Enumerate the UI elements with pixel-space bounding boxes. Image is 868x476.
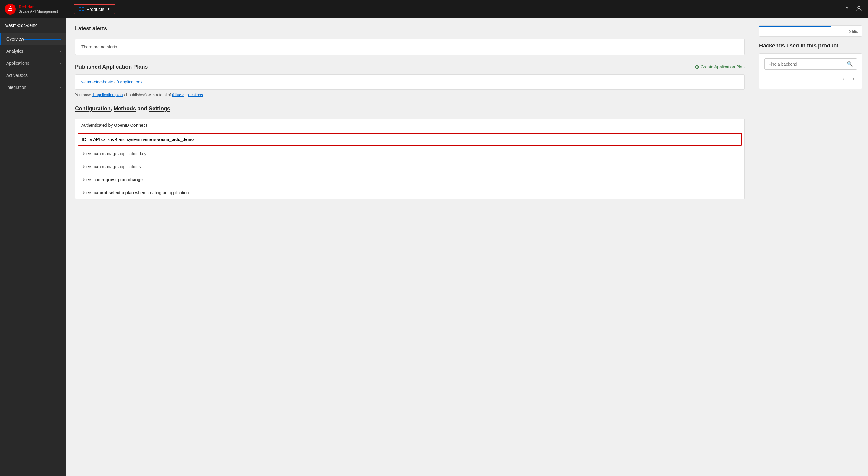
methods-link[interactable]: Methods <box>114 106 136 112</box>
search-icon: 🔍 <box>847 61 853 66</box>
create-application-plan-link[interactable]: ⊕ Create Application Plan <box>695 63 745 70</box>
brand-product: 3scale API Management <box>19 9 58 13</box>
plans-summary: You have 1 application plan (1 published… <box>75 93 745 97</box>
config-row-select-plan: Users cannot select a plan when creating… <box>75 186 744 199</box>
live-apps-link[interactable]: 0 live applications <box>172 93 203 97</box>
svg-point-0 <box>5 4 16 14</box>
sidebar-item-integration[interactable]: Integration › <box>0 81 66 93</box>
topnav-right-actions: ? <box>844 4 863 14</box>
sidebar-item-label: Applications <box>6 61 29 66</box>
svg-rect-2 <box>82 7 84 8</box>
hits-box: 0 hits <box>759 25 862 37</box>
svg-rect-4 <box>82 10 84 11</box>
svg-rect-1 <box>79 7 81 8</box>
config-row-plan-change: Users can request plan change <box>75 173 744 186</box>
app-plans-header: Published Application Plans ⊕ Create App… <box>75 63 745 70</box>
chevron-right-icon: › <box>60 49 61 53</box>
hits-bar <box>760 26 831 27</box>
sidebar-item-overview[interactable]: Overview <box>0 33 66 45</box>
application-plans-link[interactable]: Application Plans <box>102 64 148 70</box>
app-plans-title: Published Application Plans <box>75 64 148 70</box>
main-layout: wasm-oidc-demo Overview Analytics › Appl… <box>0 18 868 476</box>
pagination-prev-button[interactable]: ‹ <box>840 75 846 83</box>
application-plan-count-link[interactable]: 1 application plan <box>92 93 123 97</box>
main-content: Latest alerts There are no alerts. Publi… <box>66 18 753 476</box>
products-cube-icon <box>79 6 84 12</box>
config-section-title: Configuration, Methods and Settings <box>75 106 745 114</box>
config-row-auth: Authenticated by OpenID Connect <box>75 119 744 132</box>
products-menu-button[interactable]: Products ▼ <box>74 4 115 14</box>
config-section: Configuration, Methods and Settings Auth… <box>75 106 745 199</box>
hits-label: 0 hits <box>760 28 862 36</box>
pagination-next-button[interactable]: › <box>850 75 857 83</box>
config-row-manage-apps: Users can manage applications <box>75 160 744 173</box>
latest-alerts-section: Latest alerts There are no alerts. <box>75 25 745 55</box>
chevron-right-icon: › <box>60 85 61 90</box>
latest-alerts-title: Latest alerts <box>75 25 745 34</box>
plan-separator: - <box>114 80 117 84</box>
user-menu-button[interactable] <box>855 4 863 14</box>
brand: Red Hat 3scale API Management <box>5 4 71 14</box>
products-label: Products <box>87 7 104 12</box>
sidebar-item-activedocs[interactable]: ActiveDocs <box>0 69 66 81</box>
backend-search-button[interactable]: 🔍 <box>843 59 857 69</box>
app-plans-section: Published Application Plans ⊕ Create App… <box>75 63 745 97</box>
configuration-link[interactable]: Configuration <box>75 106 111 112</box>
sidebar-item-label: Analytics <box>6 49 23 54</box>
settings-link[interactable]: Settings <box>149 106 170 112</box>
svg-rect-3 <box>79 10 81 11</box>
find-backend-input[interactable] <box>765 59 843 69</box>
backends-section: Backends used in this product 🔍 ‹ › <box>759 42 862 89</box>
sidebar-product-name: wasm-oidc-demo <box>0 18 66 33</box>
latest-alerts-link[interactable]: Latest alerts <box>75 25 107 31</box>
plus-icon: ⊕ <box>695 63 700 70</box>
backends-search-container: 🔍 <box>764 58 857 69</box>
sidebar-item-label: Integration <box>6 85 26 90</box>
user-icon <box>856 5 862 11</box>
alerts-empty-text: There are no alerts. <box>81 44 118 49</box>
redhat-logo <box>5 4 16 14</box>
chevron-right-icon: › <box>60 61 61 65</box>
backends-box: 🔍 ‹ › <box>759 53 862 89</box>
sidebar: wasm-oidc-demo Overview Analytics › Appl… <box>0 18 66 476</box>
config-box: Authenticated by OpenID Connect ID for A… <box>75 119 745 199</box>
help-button[interactable]: ? <box>844 5 850 13</box>
plans-box: wasm-oidc-basic - 0 applications <box>75 75 745 90</box>
sidebar-item-analytics[interactable]: Analytics › <box>0 45 66 57</box>
config-row-id-highlighted: ID for API calls is 4 and system name is… <box>78 133 742 146</box>
config-row-app-keys: Users can manage application keys <box>75 147 744 160</box>
backends-title: Backends used in this product <box>759 42 862 49</box>
backends-pagination: ‹ › <box>764 74 857 84</box>
brand-redhat: Red Hat <box>19 4 58 9</box>
sidebar-item-label: Overview <box>6 37 24 41</box>
alerts-box: There are no alerts. <box>75 39 745 55</box>
svg-point-5 <box>858 6 860 9</box>
active-underline <box>24 39 61 40</box>
top-navigation: Red Hat 3scale API Management Products ▼… <box>0 0 868 18</box>
plan-name-link[interactable]: wasm-oidc-basic <box>81 80 113 84</box>
chevron-down-icon: ▼ <box>107 7 110 11</box>
right-panel: 0 hits Backends used in this product 🔍 ‹… <box>753 18 868 476</box>
plan-apps-link[interactable]: 0 applications <box>117 80 143 84</box>
sidebar-item-label: ActiveDocs <box>6 73 28 78</box>
sidebar-item-applications[interactable]: Applications › <box>0 57 66 69</box>
plan-entry: wasm-oidc-basic - 0 applications <box>81 80 738 84</box>
